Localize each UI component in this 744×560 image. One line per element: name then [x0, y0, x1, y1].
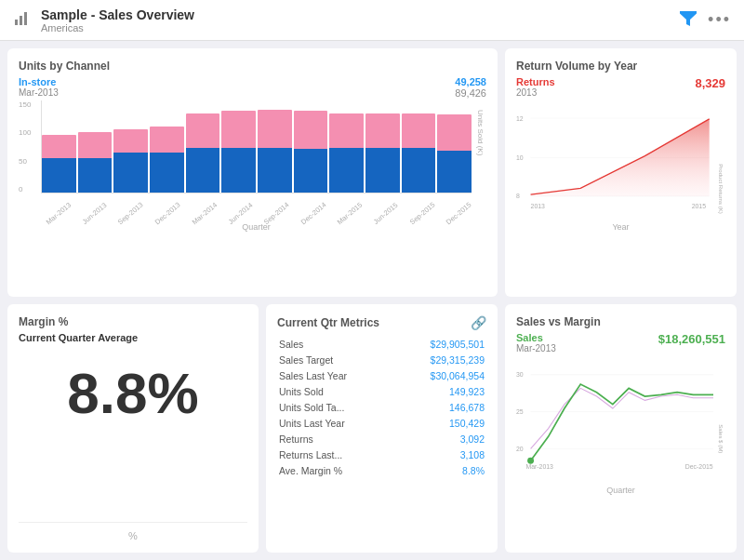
sales-card-title: Sales vs Margin — [516, 315, 725, 328]
bar-blue — [186, 148, 220, 193]
return-year: 2013 — [516, 87, 555, 98]
bar-pink — [329, 113, 364, 148]
filter-icon[interactable] — [680, 11, 697, 30]
return-card-title: Return Volume by Year — [516, 60, 725, 73]
svg-text:2013: 2013 — [531, 203, 546, 209]
metrics-row: Units Sold Ta... 146,678 — [277, 399, 486, 415]
bar-blue — [437, 151, 472, 193]
bar-blue — [42, 158, 76, 193]
bar-pink — [402, 113, 436, 148]
title-block: Sample - Sales Overview Americas — [41, 7, 194, 33]
bar-blue — [113, 153, 148, 193]
margin-card-title: Margin % — [19, 315, 247, 328]
more-options-icon[interactable]: ••• — [708, 10, 731, 30]
returns-label: Returns — [516, 76, 555, 87]
metrics-row: Returns 3,092 — [277, 431, 486, 447]
bar-pink — [294, 111, 328, 149]
svg-text:12: 12 — [516, 115, 524, 122]
sales-label: Sales — [516, 332, 556, 343]
metrics-row: Sales Target $29,315,239 — [277, 352, 486, 367]
svg-text:30: 30 — [516, 371, 524, 378]
metrics-row: Sales $29,905,501 — [277, 336, 486, 352]
metrics-table: Sales $29,905,501 Sales Target $29,315,2… — [277, 336, 486, 478]
units-value2: 89,426 — [455, 87, 486, 99]
header-left: Sample - Sales Overview Americas — [13, 7, 194, 33]
sales-vs-margin-card: Sales vs Margin Sales Mar-2013 $18,260,5… — [505, 304, 737, 553]
bar-pink — [221, 111, 256, 148]
bar-pink — [150, 127, 184, 153]
units-value1: 49,258 — [455, 76, 486, 87]
svg-text:25: 25 — [516, 408, 524, 415]
metrics-title: Current Qtr Metrics — [277, 316, 379, 329]
return-x-label: Year — [516, 222, 725, 232]
margin-big-value: 8.8% — [19, 351, 247, 433]
bar-pink — [186, 113, 220, 148]
svg-text:8: 8 — [516, 193, 520, 199]
sales-value: $18,260,551 — [658, 332, 725, 346]
svg-rect-2 — [24, 12, 27, 25]
bar-group — [150, 100, 184, 193]
units-date: Mar-2013 — [19, 87, 59, 98]
in-store-label: In-store — [19, 76, 59, 87]
sales-date: Mar-2013 — [516, 343, 556, 353]
metrics-link-icon[interactable]: 🔗 — [471, 315, 486, 330]
sales-chart-area: 30 25 20 Mar-2013 Dec-2015 Sales $ (M) Q… — [516, 355, 725, 495]
page-subtitle: Americas — [41, 22, 194, 33]
bar-pink — [258, 110, 292, 148]
svg-rect-1 — [20, 16, 22, 25]
bar-group — [329, 100, 364, 193]
metrics-row: Units Sold 149,923 — [277, 383, 486, 399]
bar-blue — [150, 153, 184, 193]
svg-text:20: 20 — [516, 446, 524, 452]
app-container: Sample - Sales Overview Americas ••• Uni… — [0, 0, 744, 560]
svg-text:2015: 2015 — [692, 203, 707, 209]
svg-text:Dec-2015: Dec-2015 — [685, 463, 713, 470]
bar-blue — [221, 148, 256, 193]
chart-icon — [13, 8, 32, 32]
bar-blue — [402, 148, 436, 193]
bar-group — [42, 100, 76, 193]
bar-blue — [78, 158, 113, 193]
bar-group — [365, 100, 400, 193]
bar-pink — [365, 113, 400, 148]
bar-pink — [113, 129, 148, 153]
svg-text:Sales $ (M): Sales $ (M) — [718, 424, 724, 453]
margin-sub-title: Current Quarter Average — [19, 332, 247, 343]
svg-text:Product Returns (K): Product Returns (K) — [718, 164, 724, 213]
bar-blue — [365, 148, 400, 193]
bar-blue — [294, 149, 328, 193]
bar-pink — [437, 114, 472, 151]
units-card-title: Units by Channel — [19, 60, 486, 73]
y-axis-title: Units Sold (K) — [476, 110, 485, 155]
bar-group — [258, 100, 292, 193]
bar-group — [437, 100, 472, 193]
metrics-row: Sales Last Year $30,064,954 — [277, 367, 486, 383]
sales-x-label: Quarter — [516, 486, 725, 495]
bar-group — [402, 100, 436, 193]
bar-group — [294, 100, 328, 193]
bar-pink — [78, 132, 113, 158]
metrics-card: Current Qtr Metrics 🔗 Sales $29,905,501 … — [266, 304, 498, 553]
header-actions: ••• — [680, 10, 731, 30]
units-by-channel-card: Units by Channel In-store Mar-2013 49,25… — [7, 48, 498, 297]
x-axis-labels: Mar-2013Jun-2013Sep-2013Dec-2013Mar-2014… — [41, 210, 472, 219]
margin-card: Margin % Current Quarter Average 8.8% % — [7, 304, 259, 553]
return-chart-area: 12 10 8 2013 2015 Product Returns (K) Ye… — [516, 100, 725, 232]
bar-blue — [329, 148, 364, 193]
units-chart-container: 150100500 Mar-2013Jun-2 — [41, 100, 472, 232]
main-content: Units by Channel In-store Mar-2013 49,25… — [0, 41, 744, 560]
x-axis-label: Quarter — [41, 222, 472, 232]
bar-group — [186, 100, 220, 193]
bar-group — [221, 100, 256, 193]
bar-group — [113, 100, 148, 193]
metrics-row: Returns Last... 3,108 — [277, 447, 486, 462]
bar-blue — [258, 148, 292, 193]
svg-rect-0 — [15, 20, 18, 25]
return-value: 8,329 — [695, 76, 725, 90]
svg-text:10: 10 — [516, 154, 524, 161]
svg-text:Mar-2013: Mar-2013 — [525, 463, 553, 470]
page-title: Sample - Sales Overview — [41, 7, 194, 22]
bar-group — [78, 100, 113, 193]
bar-pink — [42, 135, 76, 158]
metrics-row: Units Last Year 150,429 — [277, 415, 486, 431]
